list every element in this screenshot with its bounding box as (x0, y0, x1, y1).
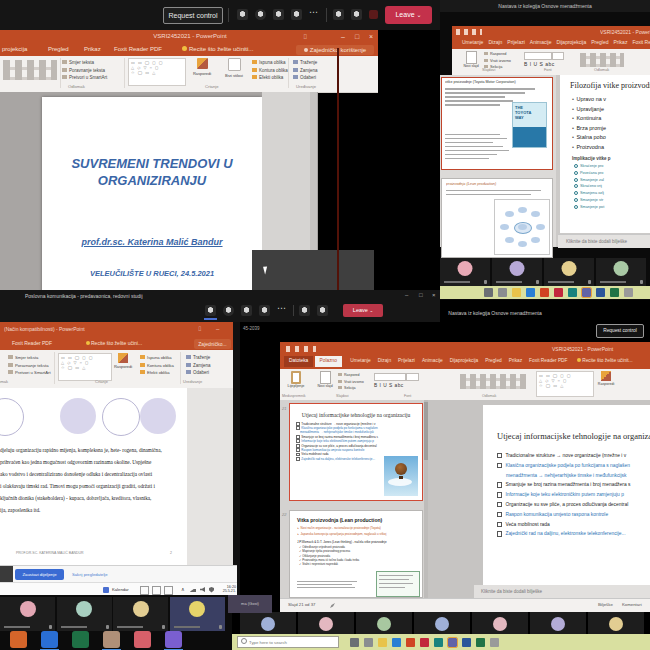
ribbon-tab[interactable]: Dizajn (378, 358, 391, 363)
circle-shape-outline[interactable] (102, 398, 140, 436)
tell-me-box[interactable]: Recite što želite učinit... (577, 358, 633, 363)
tab-home-selected[interactable]: Polazno (315, 356, 342, 367)
font-format-icons[interactable]: B I U S abc (524, 61, 555, 67)
arrange-button[interactable]: Raspoređi (594, 371, 618, 386)
quick-access-icons[interactable] (286, 346, 316, 352)
paragraph-icons[interactable] (460, 374, 526, 389)
camera-icon[interactable] (333, 9, 344, 20)
circle-shape-filled[interactable] (60, 398, 96, 434)
leave-button[interactable]: Leave ⌄ (385, 6, 432, 24)
taskbar-app-label[interactable]: Kalendar (112, 587, 129, 592)
shapes-gallery[interactable]: ▭ ▭ ◯ ◻ ▢ △ ◇ ▽ ○ ◻ ☆ ◯ ▭ △ (128, 58, 186, 86)
taskbar-app-icon[interactable] (526, 288, 535, 297)
slide-thumbnail-21[interactable]: Utjecaj informacijske tehnologije na org… (289, 403, 423, 501)
slide-canvas[interactable]: SUVREMENI TRENDOVI U ORGANIZIRANJU prof.… (42, 97, 262, 297)
notes-toggle[interactable]: Bilješke (598, 602, 613, 607)
ribbon-tab[interactable]: Animacije (422, 358, 443, 363)
comments-toggle[interactable]: Komentari (622, 602, 642, 607)
taskbar-app-icon[interactable] (484, 288, 493, 297)
taskbar-app-icon[interactable] (406, 638, 415, 647)
notes-bar[interactable]: Kliknite da biste dodali bilješke (474, 585, 650, 598)
taskbar-app-icon[interactable] (512, 288, 521, 297)
arrange-button[interactable]: Raspoređi (110, 353, 136, 369)
mic-icon[interactable] (317, 305, 328, 316)
network-icon[interactable] (190, 587, 196, 592)
quick-access-icons[interactable] (456, 29, 482, 35)
ribbon-tab[interactable]: Pregled (485, 358, 502, 363)
close-button[interactable]: × (432, 292, 436, 299)
more-options-icon[interactable]: ⋯ (277, 303, 286, 313)
tell-me-box[interactable]: Recite što želite učiniti... (182, 46, 253, 52)
slide-canvas[interactable]: djeluju organizaciju rapidno mijenja, ko… (0, 388, 187, 565)
shapes-gallery[interactable]: ▭ ▭ ◯ ◻ ▢ △ ◇ ▽ ○ ◻ ☆ ◯ ▭ △ (58, 353, 112, 381)
new-slide-button[interactable]: Novi slajd (462, 51, 480, 68)
participant-tile[interactable] (170, 597, 225, 631)
taskbar-app-icon[interactable] (476, 638, 485, 647)
circle-shape-outline[interactable] (0, 398, 24, 436)
main-slide[interactable]: Utjecaj informacijske tehnologije na org… (483, 405, 650, 585)
taskbar-app-icon[interactable] (448, 638, 457, 647)
taskbar-app-icon[interactable] (596, 288, 605, 297)
participant-tile[interactable] (492, 258, 542, 286)
paragraph-icons[interactable] (580, 53, 624, 67)
taskbar-app-icon[interactable] (554, 288, 563, 297)
hide-viewers-link[interactable]: Sakrij pregledatelje (72, 572, 108, 577)
ribbon-tab[interactable]: Foxit Reader PDF (529, 358, 567, 363)
tray-expand-icon[interactable]: ∧ (181, 586, 185, 592)
tell-me-box[interactable]: Recite što želite učini... (86, 340, 142, 346)
participants-icon[interactable] (237, 9, 248, 20)
shape-format-item[interactable]: Kontura oblika (140, 362, 174, 370)
arrange-button[interactable]: Raspoređi (188, 58, 216, 76)
ribbon-tab[interactable]: Prijelazi (507, 39, 525, 45)
participant-tile[interactable] (113, 597, 168, 631)
mic-icon[interactable] (351, 9, 362, 20)
taskbar-app-icon[interactable] (434, 638, 443, 647)
shapes-gallery[interactable]: ▭ ▭ ◯ ◻ ▢ △ ◇ ▽ ○ ◻ ☆ ◯ ▭ △ (536, 371, 594, 397)
alignment-icons[interactable] (3, 60, 57, 80)
taskbar-app-icon[interactable] (420, 638, 429, 647)
notes-bar[interactable]: Kliknite da biste dodali bilješke (558, 234, 650, 248)
shape-format-item[interactable]: Ispuna oblika (252, 59, 288, 67)
tab-dijaprojekcija[interactable]: projekcija (2, 46, 27, 52)
paste-button[interactable]: Lijepljenje (284, 371, 308, 388)
taskbar-app-icon[interactable] (364, 638, 373, 647)
font-name-box[interactable] (374, 373, 406, 381)
open-window-icon[interactable] (152, 586, 161, 595)
stop-sharing-button[interactable]: Zaustavi dijeljenje (15, 569, 64, 580)
shape-format-item[interactable]: Ispuna oblika (140, 354, 174, 362)
taskbar-app-icon[interactable] (568, 288, 577, 297)
camera-icon[interactable] (299, 305, 310, 316)
tab-foxit[interactable]: Foxit Reader PDF (114, 46, 162, 52)
taskbar-app-icon[interactable] (72, 631, 89, 648)
taskbar-app-icon[interactable] (624, 288, 633, 297)
pane-scrollbar[interactable] (424, 400, 428, 598)
calendar-icon[interactable] (103, 587, 109, 593)
ribbon-tab[interactable]: Prikaz (613, 39, 627, 45)
leave-button[interactable]: Leave ⌄ (343, 304, 383, 317)
participant-tile[interactable] (57, 597, 112, 631)
paragraph-menu-item[interactable]: Smjer teksta (8, 354, 51, 362)
search-box[interactable]: Type here to search (237, 636, 339, 648)
tab-foxit[interactable]: Foxit Reader PDF (12, 340, 52, 346)
share-screen-icon[interactable] (259, 305, 270, 316)
editing-item[interactable]: Odaberi (293, 74, 318, 82)
taskbar-app-icon[interactable] (462, 638, 471, 647)
share-button[interactable]: Zajedničko... (194, 339, 231, 349)
participant-tile[interactable] (0, 597, 55, 631)
maximize-button[interactable]: □ (419, 292, 423, 299)
editing-item[interactable]: Traženje (186, 354, 211, 362)
maximize-button[interactable]: □ (355, 33, 359, 40)
slide-thumbnail-lean[interactable]: proizvodnja (Lean production) (441, 178, 553, 258)
editing-item[interactable]: Odaberi (186, 369, 211, 377)
participant-tile[interactable] (440, 258, 490, 286)
request-control-button[interactable]: Request control (596, 324, 644, 338)
chevron-down-icon[interactable]: ⌄ (369, 308, 373, 313)
tab-pregled[interactable]: Pregled (48, 46, 69, 52)
font-size-box[interactable] (552, 52, 564, 60)
pen-icon[interactable] (330, 603, 335, 608)
editing-item[interactable]: Traženje (293, 59, 318, 67)
editing-item[interactable]: Zamjena (293, 67, 318, 75)
ribbon-tab[interactable]: Dijaprojekcija (557, 39, 587, 45)
share-screen-icon[interactable] (291, 9, 302, 20)
taskbar-app-icon[interactable] (350, 638, 359, 647)
